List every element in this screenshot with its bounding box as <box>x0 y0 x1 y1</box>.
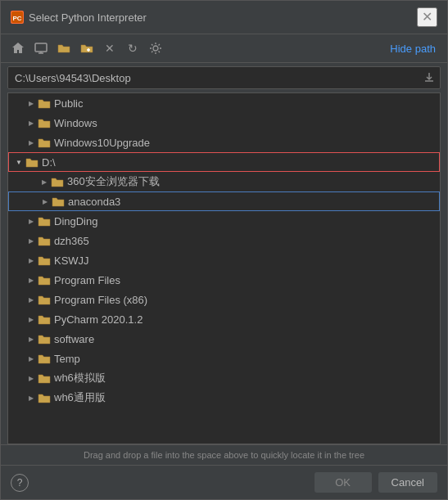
footer: ? OK Cancel <box>1 465 447 499</box>
folder-icon-kswjj <box>38 255 51 266</box>
tree-label-kswjj: KSWJJ <box>54 255 89 267</box>
tree-label-windows: Windows <box>54 117 97 129</box>
tree-label-pycharm: PyCharm 2020.1.2 <box>54 313 143 326</box>
folder-button[interactable] <box>53 38 75 59</box>
close-button[interactable]: ✕ <box>417 7 437 27</box>
settings-button[interactable] <box>145 38 166 59</box>
tree-label-dzh365: dzh365 <box>54 235 89 247</box>
toggle-program-files-x86[interactable]: ▶ <box>25 293 38 306</box>
hide-path-button[interactable]: Hide path <box>385 41 441 56</box>
title-bar: PC Select Python Interpreter ✕ <box>1 1 447 34</box>
help-button[interactable]: ? <box>11 474 29 492</box>
app-icon: PC <box>11 11 24 24</box>
folder-icon-wh6-sim <box>38 372 51 384</box>
status-text: Drag and drop a file into the space abov… <box>84 450 364 460</box>
toggle-dingding[interactable]: ▶ <box>25 214 38 227</box>
cancel-button[interactable]: Cancel <box>378 472 437 493</box>
tree-label-d-drive: D:\ <box>42 156 56 169</box>
toggle-dzh365[interactable]: ▶ <box>25 234 38 247</box>
tree-item-software[interactable]: ▶ software <box>8 329 440 349</box>
folder-icon-software <box>38 333 51 345</box>
toggle-pycharm[interactable]: ▶ <box>25 313 38 326</box>
ok-button[interactable]: OK <box>315 472 372 493</box>
toggle-temp[interactable]: ▶ <box>25 352 38 365</box>
folder-icon-dingding <box>38 215 51 227</box>
tree-label-software: software <box>54 333 94 345</box>
folder-icon-temp <box>38 353 51 364</box>
toggle-windows10upgrade[interactable]: ▶ <box>25 136 38 149</box>
folder-icon-d-drive <box>25 156 38 168</box>
toolbar-buttons: ✕ ↻ <box>7 38 166 59</box>
toggle-software[interactable]: ▶ <box>25 332 38 345</box>
tree-label-program-files-x86: Program Files (x86) <box>54 294 147 306</box>
toggle-wh6-sim[interactable]: ▶ <box>25 372 38 385</box>
tree-item-360browser[interactable]: ▶ 360安全浏览器下载 <box>8 172 440 191</box>
new-folder-button[interactable] <box>76 38 97 59</box>
tree-item-d-drive[interactable]: ▼ D:\ <box>8 152 440 172</box>
tree-label-dingding: DingDing <box>54 215 97 227</box>
tree-label-anaconda3: anaconda3 <box>68 196 120 208</box>
tree-item-kswjj[interactable]: ▶ KSWJJ <box>8 250 440 270</box>
tree-item-wh6-common[interactable]: ▶ wh6通用版 <box>8 388 440 408</box>
toggle-windows[interactable]: ▶ <box>25 116 38 129</box>
folder-icon-windows <box>38 117 51 128</box>
tree-item-wh6-sim[interactable]: ▶ wh6模拟版 <box>8 368 440 388</box>
folder-icon-wh6-common <box>38 392 51 403</box>
delete-button[interactable]: ✕ <box>99 38 120 59</box>
dialog-title: Select Python Interpreter <box>29 11 147 24</box>
tree-label-public: Public <box>54 97 83 110</box>
folder-icon-dzh365 <box>38 235 51 246</box>
toolbar: ✕ ↻ Hide path <box>1 34 447 63</box>
tree-label-wh6-common: wh6通用版 <box>54 390 106 405</box>
folder-icon-pycharm <box>38 313 51 325</box>
toggle-program-files[interactable]: ▶ <box>25 273 38 286</box>
tree-item-program-files-x86[interactable]: ▶ Program Files (x86) <box>8 290 440 309</box>
home-button[interactable] <box>7 38 29 59</box>
path-input[interactable] <box>8 69 419 88</box>
tree-label-360browser: 360安全浏览器下载 <box>67 174 160 189</box>
tree-item-pycharm[interactable]: ▶ PyCharm 2020.1.2 <box>8 309 440 329</box>
path-bar <box>7 66 441 89</box>
tree-label-wh6-sim: wh6模拟版 <box>54 371 106 385</box>
tree-item-public[interactable]: ▶ Public <box>8 93 440 113</box>
toggle-public[interactable]: ▶ <box>25 97 38 110</box>
tree-item-program-files[interactable]: ▶ Program Files <box>8 270 440 290</box>
folder-icon-windows10upgrade <box>38 137 51 148</box>
tree-item-dzh365[interactable]: ▶ dzh365 <box>8 231 440 250</box>
desktop-button[interactable] <box>30 38 52 59</box>
path-download-button[interactable] <box>419 67 440 88</box>
status-bar: Drag and drop a file into the space abov… <box>1 444 447 465</box>
tree-container[interactable]: ▶ Public ▶ Windows ▶ Windows10Upgrade ▼ <box>7 92 441 444</box>
tree-item-dingding[interactable]: ▶ DingDing <box>8 211 440 231</box>
tree-item-windows10upgrade[interactable]: ▶ Windows10Upgrade <box>8 133 440 152</box>
refresh-button[interactable]: ↻ <box>122 38 143 59</box>
folder-icon-public <box>38 97 51 109</box>
toggle-kswjj[interactable]: ▶ <box>25 254 38 267</box>
toggle-360browser[interactable]: ▶ <box>38 175 51 188</box>
folder-icon-program-files-x86 <box>38 294 51 305</box>
toggle-d-drive[interactable]: ▼ <box>12 155 25 169</box>
footer-left: ? <box>11 474 308 492</box>
tree-label-program-files: Program Files <box>54 274 120 286</box>
toggle-anaconda3[interactable]: ▶ <box>38 195 52 208</box>
folder-icon-360browser <box>51 176 64 187</box>
dialog: PC Select Python Interpreter ✕ <box>0 0 448 500</box>
svg-rect-2 <box>35 43 47 52</box>
title-bar-left: PC Select Python Interpreter <box>11 11 147 24</box>
folder-icon-program-files <box>38 274 51 286</box>
tree-item-anaconda3[interactable]: ▶ anaconda3 <box>8 191 440 211</box>
tree-label-temp: Temp <box>54 353 80 365</box>
tree-item-temp[interactable]: ▶ Temp <box>8 349 440 368</box>
tree-item-windows[interactable]: ▶ Windows <box>8 113 440 133</box>
folder-icon-anaconda3 <box>52 196 65 207</box>
toggle-wh6-common[interactable]: ▶ <box>25 391 38 404</box>
tree-label-windows10upgrade: Windows10Upgrade <box>54 137 150 149</box>
svg-text:PC: PC <box>12 15 21 22</box>
